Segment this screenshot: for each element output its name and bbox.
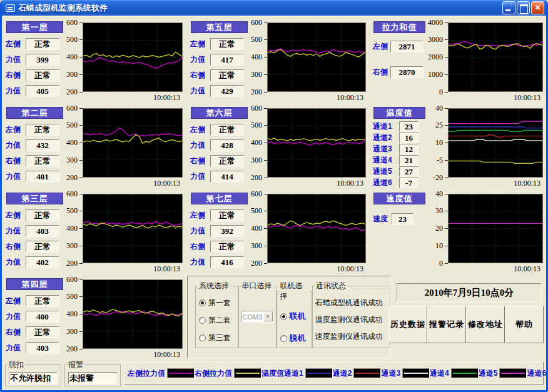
layer3-panel: 第三层左侧正常力值403右侧正常力值40260050040030020010:0… bbox=[3, 190, 185, 273]
y-axis-label: 600 bbox=[65, 104, 83, 112]
y-axis-label: 30 bbox=[427, 208, 448, 215]
y-axis-label: 10 bbox=[427, 139, 448, 147]
close-button[interactable]: ✕ bbox=[531, 1, 544, 14]
group-title: 联机选择 bbox=[279, 281, 310, 302]
temperature-panel: 温度值通道123通道216通道312通道421通道527通道6-7402510-… bbox=[370, 104, 545, 188]
field-label: 速度 bbox=[373, 214, 392, 224]
radio-online[interactable]: 联机 bbox=[280, 311, 310, 322]
legend-swatch bbox=[451, 368, 479, 378]
layer2-row: 力值401 bbox=[6, 171, 65, 183]
action-buttons: 历史数据 报警记录 修改地址 帮助 bbox=[388, 306, 544, 343]
field-label: 左侧 bbox=[6, 296, 26, 306]
y-axis-label: 500 bbox=[65, 208, 83, 215]
alarm-group: 报警 未报警 bbox=[64, 359, 121, 386]
radio-offline[interactable]: 脱机 bbox=[280, 333, 310, 344]
field-value: 417 bbox=[210, 54, 244, 66]
field-value: 21 bbox=[399, 155, 419, 166]
group-title: 系统选择 bbox=[198, 281, 230, 291]
alarm-record-button[interactable]: 报警记录 bbox=[427, 306, 466, 343]
field-label: 左侧 bbox=[190, 39, 210, 49]
radio-system-1[interactable]: 第一套 bbox=[199, 298, 236, 308]
field-value: 正常 bbox=[26, 241, 59, 253]
field-label: 右侧 bbox=[373, 67, 390, 78]
history-data-button[interactable]: 历史数据 bbox=[388, 306, 427, 343]
y-axis-label: 300 bbox=[65, 328, 83, 335]
tension-chart bbox=[448, 23, 543, 92]
radio-icon[interactable] bbox=[199, 317, 206, 324]
field-label: 力值 bbox=[6, 54, 26, 65]
radio-icon[interactable] bbox=[280, 313, 287, 320]
layer5-row: 右侧正常 bbox=[190, 69, 250, 81]
field-value: 428 bbox=[210, 139, 244, 151]
layer3-timestamp: 10:00:13 bbox=[65, 263, 183, 273]
layer1-timestamp: 10:00:13 bbox=[65, 92, 183, 102]
y-axis-label: 300 bbox=[65, 156, 83, 164]
layer6-info: 第六层左侧正常力值428右侧正常力值414 bbox=[187, 104, 250, 188]
field-value: 23 bbox=[392, 213, 414, 225]
field-value: 403 bbox=[26, 342, 59, 354]
temperature-timestamp: 10:00:13 bbox=[427, 178, 543, 188]
layer5-row: 左侧正常 bbox=[190, 38, 250, 50]
layer5-panel: 第五层左侧正常力值417右侧正常力值42960050040030020010:0… bbox=[187, 19, 368, 102]
layer5-row: 力值417 bbox=[190, 54, 250, 66]
layer4-row: 力值400 bbox=[6, 311, 65, 323]
field-value: 正常 bbox=[210, 241, 244, 253]
minimize-button[interactable] bbox=[502, 1, 515, 14]
y-axis-label: 600 bbox=[250, 190, 267, 198]
field-label: 力值 bbox=[6, 86, 26, 96]
legend-swatch bbox=[305, 368, 333, 378]
temperature-row: 通道216 bbox=[373, 133, 427, 143]
field-label: 力值 bbox=[6, 140, 26, 151]
temperature-row: 通道123 bbox=[373, 121, 427, 132]
comm-status-group: 通讯状态 石蜡成型机通讯成功 温度监测仪通讯成功 速度监测仪通讯成功 bbox=[312, 281, 390, 348]
y-axis-label: 1000 bbox=[427, 71, 448, 78]
layer7-row: 右侧正常 bbox=[190, 241, 250, 253]
field-label: 力值 bbox=[6, 257, 26, 268]
y-axis-label: 600 bbox=[250, 19, 267, 26]
radio-icon[interactable] bbox=[199, 334, 206, 341]
field-label: 右侧 bbox=[190, 156, 210, 166]
speed-row: 速度23 bbox=[373, 213, 427, 225]
layer4-info: 第四层左侧正常力值400右侧正常力值403 bbox=[3, 276, 65, 359]
field-label: 右侧 bbox=[6, 327, 26, 338]
y-axis-label: 25 bbox=[427, 122, 448, 129]
layer3-title: 第三层 bbox=[6, 193, 63, 204]
field-label: 力值 bbox=[6, 311, 26, 322]
com-port-select[interactable]: COM3 ▼ bbox=[241, 311, 274, 323]
y-axis-label: 500 bbox=[250, 36, 267, 44]
radio-icon[interactable] bbox=[280, 335, 287, 342]
field-value: 27 bbox=[399, 166, 419, 177]
field-value: 2871 bbox=[390, 41, 424, 53]
radio-system-2[interactable]: 第二套 bbox=[199, 315, 236, 326]
y-axis-label: 20 bbox=[427, 225, 448, 233]
layer2-row: 左侧正常 bbox=[6, 124, 65, 136]
maximize-button[interactable] bbox=[517, 1, 530, 14]
layer6-chart-area: 60050040030020010:00:13 bbox=[250, 104, 368, 188]
tension-row: 左侧2871 bbox=[373, 41, 427, 53]
layer6-row: 力值428 bbox=[190, 139, 250, 151]
field-label: 力值 bbox=[190, 54, 210, 65]
temperature-row: 通道527 bbox=[373, 166, 427, 177]
y-axis-label: 40 bbox=[427, 190, 448, 198]
help-button[interactable]: 帮助 bbox=[505, 306, 544, 343]
layer6-row: 右侧正常 bbox=[190, 155, 250, 167]
layer2-row: 右侧正常 bbox=[6, 155, 65, 167]
speed-chart bbox=[448, 194, 543, 263]
y-axis-label: 300 bbox=[250, 156, 267, 164]
tension-chart-area: 4000300020001000010:00:13 bbox=[427, 19, 545, 102]
field-label: 右侧 bbox=[6, 241, 26, 252]
y-axis-label: 600 bbox=[250, 104, 267, 112]
layer4-chart bbox=[83, 279, 183, 349]
radio-system-3[interactable]: 第三套 bbox=[199, 333, 236, 343]
chevron-down-icon[interactable]: ▼ bbox=[263, 312, 273, 321]
legend-item: 通道3 bbox=[381, 368, 430, 379]
layer1-chart bbox=[83, 23, 183, 92]
radio-icon[interactable] bbox=[199, 299, 206, 306]
y-axis-label: 500 bbox=[250, 208, 267, 215]
layer7-row: 力值416 bbox=[190, 256, 250, 268]
title-bar[interactable]: 石蜡成型机监测系统软件 ✕ bbox=[2, 0, 546, 16]
tension-timestamp: 10:00:13 bbox=[427, 92, 543, 102]
layer6-row: 左侧正常 bbox=[190, 124, 250, 136]
modify-address-button[interactable]: 修改地址 bbox=[466, 306, 505, 343]
y-axis-label: 400 bbox=[65, 54, 83, 61]
